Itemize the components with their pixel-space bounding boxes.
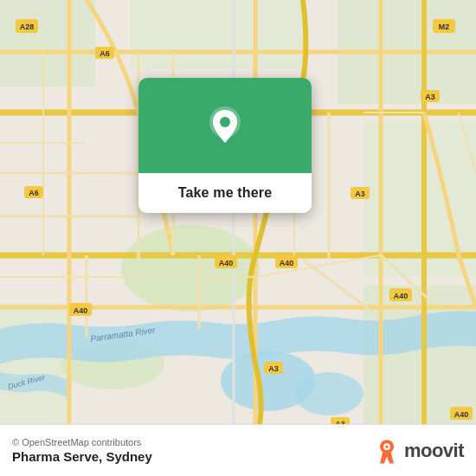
svg-rect-7 [0,303,69,424]
svg-text:A3: A3 [355,190,365,198]
popup-card: Take me there [138,78,312,213]
svg-point-4 [121,225,260,312]
moovit-brand-icon [373,437,401,465]
svg-point-10 [294,372,363,415]
svg-text:A3: A3 [335,420,345,424]
bottom-bar: © OpenStreetMap contributors Pharma Serv… [0,424,476,476]
bottom-left: © OpenStreetMap contributors Pharma Serv… [12,437,152,464]
svg-text:A40: A40 [74,306,88,315]
svg-point-65 [220,117,230,127]
moovit-logo[interactable]: moovit [373,437,464,465]
svg-text:A6: A6 [29,189,39,197]
svg-text:A40: A40 [219,259,234,267]
svg-text:A40: A40 [454,410,469,419]
svg-text:A28: A28 [20,23,35,31]
svg-rect-2 [130,0,303,69]
svg-text:A3: A3 [268,364,279,373]
moovit-text: moovit [404,440,464,462]
place-name: Pharma Serve, Sydney [12,449,152,464]
location-pin-icon [204,105,246,146]
svg-text:A40: A40 [280,259,294,267]
svg-rect-1 [0,0,95,87]
svg-text:A3: A3 [425,93,435,101]
svg-text:M2: M2 [439,23,450,31]
svg-point-68 [385,445,388,447]
take-me-there-button[interactable]: Take me there [138,173,312,213]
popup-green-area [138,78,312,173]
svg-text:A6: A6 [100,49,110,58]
svg-text:A40: A40 [394,292,408,300]
copyright-text: © OpenStreetMap contributors [12,437,152,447]
map-container: A28 A6 M2 A3 A3 A6 A40 A40 A40 A40 [0,0,476,424]
